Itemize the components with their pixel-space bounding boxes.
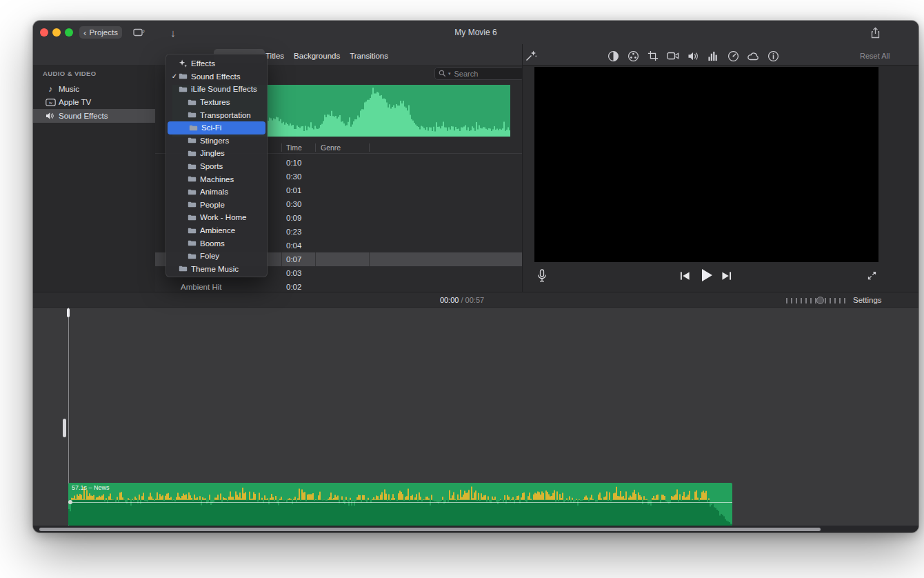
playhead-handle[interactable]	[67, 308, 70, 317]
search-input[interactable]	[453, 69, 520, 79]
search-field[interactable]: ▾	[434, 67, 522, 80]
menu-item-sound-effects[interactable]: ✓Sound Effects	[166, 70, 267, 83]
minimize-window-button[interactable]	[52, 28, 61, 37]
color-correction-icon[interactable]	[626, 49, 640, 63]
menu-item-label: Transportation	[200, 111, 251, 119]
menu-item-sports[interactable]: Sports	[166, 160, 267, 173]
timeline-edge-handle[interactable]	[63, 419, 66, 437]
menu-item-label: Textures	[200, 98, 230, 106]
sound-time: 0:09	[286, 211, 301, 225]
sidebar-item-music[interactable]: ♪ Music	[33, 82, 155, 96]
folder-icon	[179, 265, 188, 272]
tab-backgrounds[interactable]: Backgrounds	[294, 52, 340, 60]
folder-icon	[188, 111, 197, 119]
menu-item-stingers[interactable]: Stingers	[166, 134, 267, 148]
column-divider	[281, 252, 282, 266]
menu-item-effects[interactable]: Effects	[166, 57, 267, 70]
folder-icon	[179, 72, 188, 80]
current-time: 00:00	[440, 296, 459, 304]
menu-item-jingles[interactable]: Jingles	[166, 147, 267, 160]
sidebar-header: AUDIO & VIDEO	[43, 70, 97, 77]
timecode-display: 00:00 / 00:57	[440, 292, 484, 308]
fullscreen-icon[interactable]	[865, 269, 878, 281]
tab-transitions[interactable]: Transitions	[350, 52, 388, 60]
clip-info-icon[interactable]	[766, 49, 780, 63]
menu-item-label: Machines	[200, 175, 234, 183]
menu-item-people[interactable]: People	[166, 199, 267, 212]
zoom-window-button[interactable]	[65, 28, 73, 37]
sidebar-item-label: Music	[59, 85, 79, 93]
clip-volume-line[interactable]	[68, 502, 732, 503]
volume-speaker-icon[interactable]	[686, 49, 700, 63]
menu-item-work-home[interactable]: Work - Home	[166, 211, 267, 224]
menu-item-booms[interactable]: Booms	[166, 237, 267, 250]
menu-item-animals[interactable]: Animals	[166, 186, 267, 199]
browser-tabs: Titles Backgrounds Transitions	[265, 49, 388, 63]
projects-back-label: Projects	[89, 28, 118, 37]
folder-icon	[188, 99, 197, 106]
zoom-slider-thumb[interactable]	[816, 297, 824, 304]
menu-item-label: iLife Sound Effects	[191, 85, 257, 93]
folder-icon	[188, 150, 197, 157]
folder-icon	[188, 252, 197, 260]
menu-item-ambience[interactable]: Ambience	[166, 224, 267, 237]
speaker-icon	[45, 112, 56, 120]
sound-effect-row[interactable]: Ambient Hit0:02	[155, 280, 522, 292]
clip-fade-handle[interactable]	[68, 500, 72, 504]
horizontal-scrollbar-track	[33, 526, 918, 532]
sound-time: 0:04	[286, 239, 301, 252]
folder-icon	[188, 227, 197, 235]
media-browser-icon[interactable]: ♪	[132, 26, 147, 39]
enhance-wand-icon[interactable]	[524, 49, 538, 63]
next-frame-icon[interactable]	[720, 270, 732, 281]
speed-gauge-icon[interactable]	[726, 49, 740, 63]
menu-item-label: Booms	[200, 239, 225, 248]
sound-name: Ambient Hit	[181, 280, 221, 292]
previous-frame-icon[interactable]	[679, 270, 691, 281]
crop-icon[interactable]	[646, 49, 660, 63]
record-voiceover-mic-icon[interactable]	[535, 268, 549, 284]
menu-item-ilife-sound-effects[interactable]: iLife Sound Effects	[166, 83, 267, 96]
menu-item-foley[interactable]: Foley	[166, 250, 267, 263]
effects-filter-cloud-icon[interactable]	[746, 49, 760, 63]
share-icon[interactable]	[868, 26, 882, 39]
sound-time: 0:03	[286, 266, 301, 280]
sound-time: 0:23	[286, 225, 301, 239]
column-divider	[369, 143, 370, 152]
menu-item-label: Animals	[200, 188, 228, 196]
menu-item-textures[interactable]: Textures	[166, 96, 267, 109]
sidebar-item-apple-tv[interactable]: tv Apple TV	[33, 96, 155, 110]
audio-clip-news[interactable]: 57.1s – News	[68, 483, 732, 526]
column-header-time[interactable]: Time	[286, 142, 302, 153]
menu-item-sci-fi[interactable]: Sci-Fi	[168, 121, 265, 134]
svg-text:♪: ♪	[142, 28, 145, 34]
color-balance-icon[interactable]	[606, 49, 620, 63]
play-icon[interactable]	[699, 268, 714, 283]
projects-back-button[interactable]: ‹ Projects	[79, 26, 122, 39]
column-header-genre[interactable]: Genre	[321, 142, 341, 153]
timeline-settings-button[interactable]: Settings	[853, 292, 882, 308]
viewer-adjust-toolbar	[606, 49, 780, 63]
menu-item-theme-music[interactable]: Theme Music	[166, 263, 267, 276]
menu-item-machines[interactable]: Machines	[166, 172, 267, 186]
search-scope-chevron-icon: ▾	[448, 71, 451, 77]
horizontal-scrollbar-thumb[interactable]	[39, 528, 821, 531]
close-window-button[interactable]	[40, 28, 48, 37]
timeline: 57.1s – News	[33, 308, 918, 526]
menu-item-label: People	[200, 201, 225, 209]
column-divider	[369, 252, 370, 266]
sidebar-item-sound-effects[interactable]: Sound Effects	[33, 109, 155, 123]
import-down-arrow-icon[interactable]: ↓	[167, 26, 179, 39]
folder-icon	[188, 137, 197, 144]
reset-all-button[interactable]: Reset All	[860, 49, 890, 63]
menu-item-transportation[interactable]: Transportation	[166, 108, 267, 121]
timeline-zoom-slider[interactable]	[786, 298, 847, 303]
folder-icon	[188, 175, 197, 183]
noise-equalizer-icon[interactable]	[706, 49, 720, 63]
menu-item-label: Ambience	[200, 226, 235, 235]
folder-icon	[188, 188, 197, 196]
tab-titles[interactable]: Titles	[265, 52, 284, 60]
sound-effects-category-menu: Effects✓Sound EffectsiLife Sound Effects…	[165, 54, 268, 277]
stabilization-camera-icon[interactable]	[666, 49, 680, 63]
sound-time: 0:10	[286, 156, 301, 170]
